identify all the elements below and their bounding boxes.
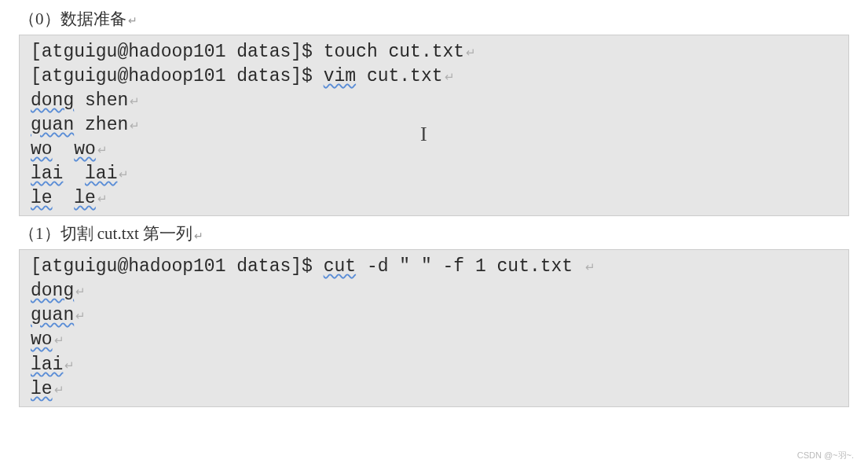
return-mark: ↵ (130, 94, 140, 108)
cmd-text: vim (324, 66, 356, 86)
data-text (53, 139, 75, 160)
cmd-text: -d " " -f 1 cut.txt (356, 256, 584, 277)
data-text: zhen (74, 115, 128, 135)
prompt-text: [atguigu@hadoop101 datas]$ (31, 256, 324, 277)
code-line: [atguigu@hadoop101 datas]$ touch cut.txt… (31, 40, 839, 64)
codeblock-0: [atguigu@hadoop101 datas]$ touch cut.txt… (19, 35, 849, 216)
section-0-title-text: （0）数据准备 (19, 9, 126, 28)
code-line: lai lai↵ (31, 162, 839, 186)
data-text (53, 188, 75, 208)
section-1-title: （1）切割 cut.txt 第一列↵ (19, 222, 855, 244)
prompt-text: [atguigu@hadoop101 datas]$ (31, 42, 324, 62)
cmd-text: cut (324, 256, 356, 277)
codeblock-1: [atguigu@hadoop101 datas]$ cut -d " " -f… (19, 249, 849, 406)
data-text: le (31, 188, 53, 208)
return-mark: ↵ (119, 167, 129, 181)
text-cursor-icon: I (420, 120, 427, 148)
data-text: shen (74, 90, 128, 111)
return-mark: ↵ (75, 285, 86, 298)
return-mark: ↵ (130, 119, 140, 132)
section-0-title: （0）数据准备↵ (19, 8, 855, 30)
return-mark: ↵ (194, 230, 203, 242)
data-text: wo (74, 139, 96, 160)
data-text: guan (31, 115, 74, 135)
return-mark: ↵ (54, 383, 64, 396)
code-line: guan↵ (31, 303, 839, 328)
return-mark: ↵ (585, 260, 595, 274)
return-mark: ↵ (54, 333, 64, 347)
return-mark: ↵ (128, 14, 137, 27)
return-mark: ↵ (445, 70, 455, 83)
data-text: dong (31, 90, 74, 111)
cmd-text: cut.txt (356, 66, 442, 86)
prompt-text: [atguigu@hadoop101 datas]$ (31, 66, 324, 86)
output-text: guan (31, 305, 74, 325)
code-line: le↵ (31, 377, 839, 402)
cmd-text: touch cut.txt (324, 42, 464, 62)
return-mark: ↵ (75, 309, 86, 322)
code-line: wo wo↵ (31, 138, 839, 162)
code-line: guan zhen↵ (31, 113, 839, 138)
output-text: wo (31, 329, 53, 350)
code-line: le le↵ (31, 186, 839, 211)
data-text (63, 164, 85, 184)
return-mark: ↵ (97, 143, 108, 156)
code-line: dong↵ (31, 279, 839, 303)
return-mark: ↵ (466, 46, 476, 59)
code-line: [atguigu@hadoop101 datas]$ cut -d " " -f… (31, 255, 839, 279)
code-line: wo↵ (31, 328, 839, 352)
data-text: wo (31, 139, 53, 160)
data-text: lai (85, 164, 117, 184)
return-mark: ↵ (97, 192, 108, 205)
output-text: lai (31, 355, 63, 375)
code-line: [atguigu@hadoop101 datas]$ vim cut.txt↵ (31, 64, 839, 89)
output-text: le (31, 379, 53, 399)
watermark: CSDN @~羽~. (797, 450, 854, 461)
data-text: le (74, 188, 96, 208)
output-text: dong (31, 281, 74, 301)
code-line: lai↵ (31, 353, 839, 377)
return-mark: ↵ (64, 358, 75, 372)
section-1-title-text: （1）切割 cut.txt 第一列 (19, 224, 192, 243)
code-line: dong shen↵ (31, 89, 839, 113)
data-text: lai (31, 164, 63, 184)
